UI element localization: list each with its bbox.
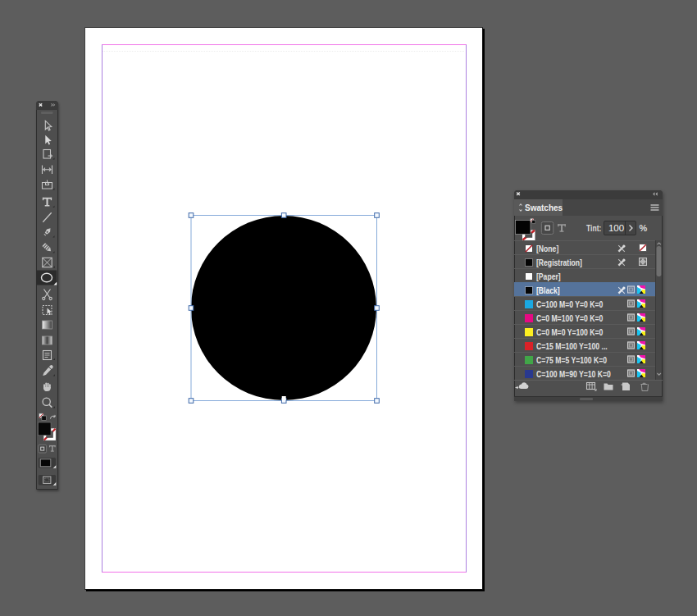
svg-text:%: % bbox=[640, 223, 648, 233]
svg-text:Tint:: Tint: bbox=[586, 223, 601, 233]
svg-text:100: 100 bbox=[608, 223, 624, 233]
